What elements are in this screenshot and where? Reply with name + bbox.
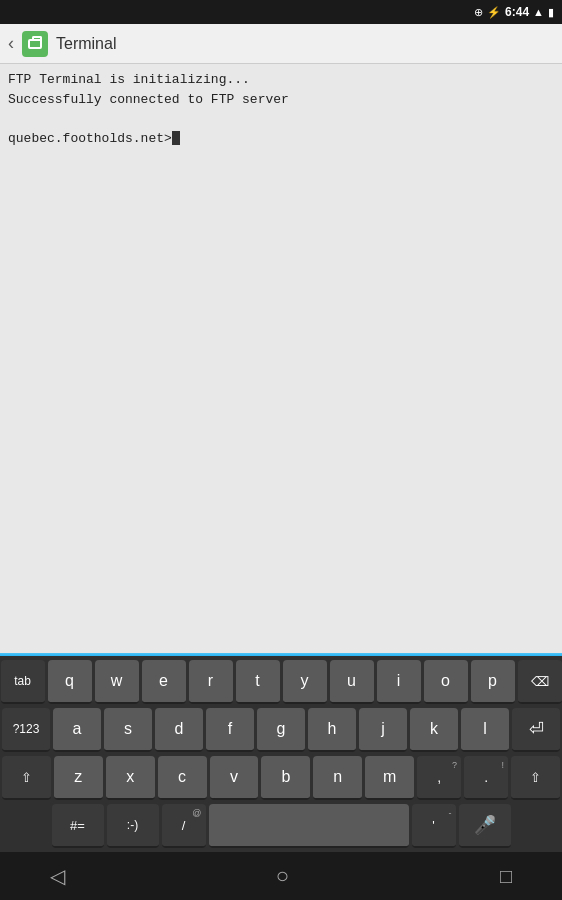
key-m[interactable]: m — [365, 756, 414, 800]
key-period[interactable]: .! — [464, 756, 508, 800]
key-h[interactable]: h — [308, 708, 356, 752]
terminal-icon — [28, 39, 42, 49]
key-r[interactable]: r — [189, 660, 233, 704]
battery-icon: ▮ — [548, 6, 554, 19]
key-microphone[interactable]: 🎤 — [459, 804, 511, 848]
terminal-line-1: FTP Terminal is initializing... — [8, 70, 554, 90]
key-x[interactable]: x — [106, 756, 155, 800]
nav-recents-button[interactable]: □ — [500, 865, 512, 888]
key-b[interactable]: b — [261, 756, 310, 800]
nav-back-button[interactable]: ◁ — [50, 864, 65, 888]
nav-home-button[interactable]: ○ — [276, 863, 289, 889]
key-enter[interactable]: ⏎ — [512, 708, 560, 752]
key-w[interactable]: w — [95, 660, 139, 704]
keyboard-row-3: ⇧ z x c v b n m ,? .! ⇧ — [2, 756, 560, 800]
title-bar: ‹ Terminal — [0, 24, 562, 64]
cursor — [172, 131, 180, 145]
keyboard-row-4: #= :-) /@ '- 🎤 — [2, 804, 560, 848]
terminal-prompt: quebec.footholds.net> — [8, 129, 554, 149]
keyboard: Tab q w e r t y u i o p ⌫ ?123 a s d f g… — [0, 656, 562, 852]
key-slash[interactable]: /@ — [162, 804, 206, 848]
key-tab[interactable]: Tab — [1, 660, 45, 704]
clock: 6:44 — [505, 5, 529, 19]
key-t[interactable]: t — [236, 660, 280, 704]
key-f[interactable]: f — [206, 708, 254, 752]
usb-icon: ⚡ — [487, 6, 501, 19]
key-e[interactable]: e — [142, 660, 186, 704]
key-i[interactable]: i — [377, 660, 421, 704]
key-s[interactable]: s — [104, 708, 152, 752]
wifi-icon: ▲ — [533, 6, 544, 18]
key-u[interactable]: u — [330, 660, 374, 704]
key-g[interactable]: g — [257, 708, 305, 752]
key-comma[interactable]: ,? — [417, 756, 461, 800]
key-backspace[interactable]: ⌫ — [518, 660, 562, 704]
back-button[interactable]: ‹ — [8, 33, 14, 54]
terminal-line-3 — [8, 109, 554, 129]
key-v[interactable]: v — [210, 756, 259, 800]
key-num[interactable]: ?123 — [2, 708, 50, 752]
key-space[interactable] — [209, 804, 409, 848]
key-j[interactable]: j — [359, 708, 407, 752]
key-k[interactable]: k — [410, 708, 458, 752]
key-shift-right[interactable]: ⇧ — [511, 756, 560, 800]
terminal-output[interactable]: FTP Terminal is initializing... Successf… — [0, 64, 562, 653]
nav-bar: ◁ ○ □ — [0, 852, 562, 900]
status-bar: ⊕ ⚡ 6:44 ▲ ▮ — [0, 0, 562, 24]
key-q[interactable]: q — [48, 660, 92, 704]
keyboard-row-2: ?123 a s d f g h j k l ⏎ — [2, 708, 560, 752]
android-icon: ⊕ — [474, 6, 483, 19]
app-icon — [22, 31, 48, 57]
key-a[interactable]: a — [53, 708, 101, 752]
key-d[interactable]: d — [155, 708, 203, 752]
key-shift-left[interactable]: ⇧ — [2, 756, 51, 800]
keyboard-row-1: Tab q w e r t y u i o p ⌫ — [2, 660, 560, 704]
key-c[interactable]: c — [158, 756, 207, 800]
terminal-line-2: Successfully connected to FTP server — [8, 90, 554, 110]
key-z[interactable]: z — [54, 756, 103, 800]
key-emoji[interactable]: :-) — [107, 804, 159, 848]
key-symbols[interactable]: #= — [52, 804, 104, 848]
key-n[interactable]: n — [313, 756, 362, 800]
key-apostrophe[interactable]: '- — [412, 804, 456, 848]
key-l[interactable]: l — [461, 708, 509, 752]
app-title: Terminal — [56, 35, 116, 53]
key-o[interactable]: o — [424, 660, 468, 704]
key-p[interactable]: p — [471, 660, 515, 704]
key-y[interactable]: y — [283, 660, 327, 704]
